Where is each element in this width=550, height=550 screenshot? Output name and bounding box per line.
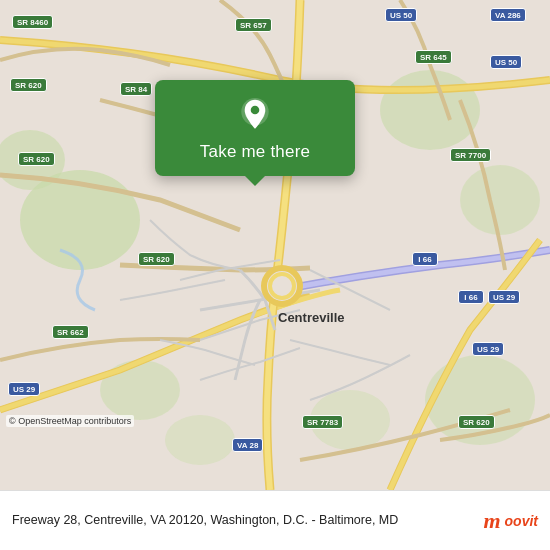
location-pin-icon <box>237 98 273 134</box>
svg-point-5 <box>460 165 540 235</box>
moovit-logo: moovit <box>483 508 538 534</box>
svg-point-8 <box>165 415 235 465</box>
svg-point-10 <box>270 274 294 298</box>
svg-point-13 <box>251 106 260 115</box>
moovit-text: oovit <box>505 513 538 529</box>
location-text: Freeway 28, Centreville, VA 20120, Washi… <box>12 512 483 530</box>
moovit-m-letter: m <box>483 508 500 534</box>
bottom-bar: Freeway 28, Centreville, VA 20120, Washi… <box>0 490 550 550</box>
take-me-there-button[interactable]: Take me there <box>200 142 310 162</box>
popup-card: Take me there <box>155 80 355 176</box>
svg-point-7 <box>310 390 390 450</box>
osm-attribution: © OpenStreetMap contributors <box>6 415 134 427</box>
map-container: Centreville US 50 VA 286 US 50 SR 657 SR… <box>0 0 550 490</box>
